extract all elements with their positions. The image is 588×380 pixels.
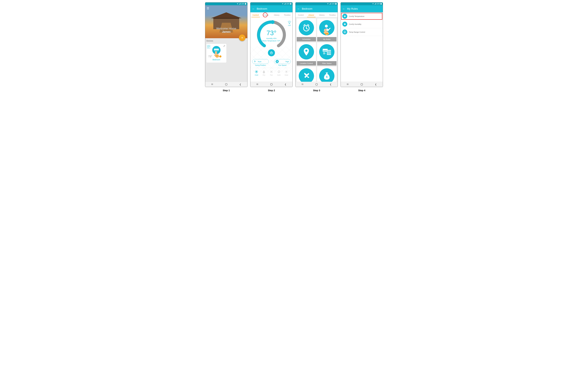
tab-history[interactable]: History [271, 12, 282, 17]
svg-point-42 [344, 32, 345, 33]
rule-label: Comfy Humidity [349, 23, 361, 25]
page-title: My Rules [347, 7, 358, 10]
status-bar: 100% [341, 2, 383, 5]
swing-position-selector[interactable]: Auto [252, 59, 269, 64]
battery-percent: 100% [286, 3, 290, 5]
rules-list: Comfy Temperature Comfy Humidity Temp Ra… [341, 12, 383, 82]
back-button[interactable]: ❮ [330, 83, 332, 86]
svg-line-16 [285, 71, 286, 71]
mode-heat[interactable]: Heat [283, 70, 290, 76]
wifi-icon [372, 3, 374, 5]
signal-icon [284, 3, 286, 5]
devices-grid: 45% 73° 73° Bedroom [205, 43, 247, 82]
home-button[interactable] [225, 83, 227, 85]
set-temperature: 73° [256, 29, 287, 37]
battery-icon [290, 3, 291, 5]
tab-timeline[interactable]: Timeline [282, 12, 293, 17]
home-button[interactable] [316, 83, 318, 85]
room-temperature-reading: Room Temperature 73°F [256, 40, 287, 42]
device-card-bedroom[interactable]: 45% 73° 73° Bedroom [206, 44, 226, 63]
svg-point-3 [271, 20, 274, 24]
swing-label: Swing Position [252, 64, 269, 66]
power-button[interactable] [268, 49, 275, 56]
settings-wrench-icon[interactable] [223, 45, 226, 48]
led-toggle[interactable]: LED [287, 20, 291, 26]
mode-selector: Cool Dry Fan Auto Heat [252, 68, 291, 77]
step-label-4: Step 4 [358, 89, 365, 92]
menu-icon[interactable]: ☰ [207, 7, 209, 10]
wifi-icon [282, 3, 284, 5]
filter-icon [319, 44, 334, 59]
tile-savings[interactable]: $ [317, 67, 337, 82]
tile-schedules[interactable]: Schedules [297, 19, 316, 41]
home-button[interactable] [270, 83, 272, 85]
rule-temp-range-control[interactable]: Temp Range Control [341, 28, 383, 36]
thermometer-icon [342, 30, 347, 35]
status-bar: 100% [250, 2, 292, 5]
svg-point-25 [305, 50, 307, 52]
svg-point-39 [344, 23, 345, 24]
control-panel: 73° Humidity 45% Room Temperature 73°F L… [250, 17, 292, 82]
step-label-3: Step 3 [313, 89, 320, 92]
status-dot-icon [219, 55, 221, 57]
tab-control[interactable]: Control [250, 12, 261, 17]
svg-line-19 [285, 73, 286, 73]
tab-esaver[interactable]: eSaver [306, 12, 317, 17]
screen-step2: 100% ← Bedroom Control eSaver History Ti… [250, 2, 293, 87]
recents-button[interactable]: III [211, 83, 213, 86]
mode-cool[interactable]: Cool [253, 70, 260, 76]
svg-text:$: $ [326, 75, 327, 78]
home-button[interactable] [361, 83, 363, 85]
app-bar: ← Bedroom [250, 5, 292, 12]
esaver-grid: Schedules My Rules Locati [296, 17, 338, 82]
fan-speed-selector[interactable]: High [274, 59, 291, 64]
back-arrow-icon[interactable]: ← [342, 7, 345, 10]
tab-control[interactable]: Control [296, 12, 306, 17]
battery-icon [245, 3, 246, 5]
temperature-dial[interactable]: 73° Humidity 45% Room Temperature 73°F L… [256, 20, 287, 50]
back-button[interactable]: ❮ [285, 83, 286, 86]
person-check-icon [319, 20, 334, 35]
back-arrow-icon[interactable]: ← [252, 7, 255, 10]
comfy-humidity-icon [342, 22, 347, 27]
back-button[interactable]: ❮ [375, 83, 377, 86]
tile-tools[interactable] [297, 67, 316, 82]
mode-auto[interactable]: Auto [275, 70, 283, 76]
recents-button[interactable]: III [256, 83, 258, 86]
recents-button[interactable]: III [302, 83, 303, 86]
battery-percent: 100% [241, 3, 245, 5]
welcome-text: Welcome Home James [216, 27, 236, 34]
rule-comfy-humidity[interactable]: Comfy Humidity [341, 20, 383, 28]
rule-label: Temp Range Control [349, 31, 365, 33]
mode-dry[interactable]: Dry [260, 70, 268, 76]
svg-point-21 [325, 25, 328, 27]
fan-speed-label: Fan Speed [274, 64, 291, 66]
tile-location-control[interactable]: Location Control [297, 42, 316, 65]
home-hero: ☰ Welcome Home James + [205, 5, 247, 38]
tile-my-rules[interactable]: My Rules [317, 19, 337, 41]
tab-timeline[interactable]: Timeline [327, 12, 338, 17]
back-arrow-icon[interactable]: ← [297, 7, 300, 10]
app-bar: ← My Rules [341, 5, 383, 12]
android-nav-bar: III ❮ [296, 82, 338, 87]
battery-icon [335, 3, 337, 5]
wifi-icon [327, 3, 329, 5]
add-device-button[interactable]: + [239, 35, 246, 41]
tab-history[interactable]: History [317, 12, 327, 17]
step-label-2: Step 2 [268, 89, 275, 92]
signal-icon [239, 3, 241, 5]
svg-rect-0 [214, 49, 219, 51]
page-title: Bedroom [302, 7, 312, 10]
mode-fan[interactable]: Fan [268, 70, 275, 76]
annotation-box-comfy-temp [341, 13, 382, 20]
android-nav-bar: III ❮ [205, 82, 247, 87]
wifi-icon [237, 3, 238, 5]
page-title: Bedroom [257, 7, 267, 10]
back-button[interactable]: ❮ [239, 83, 241, 86]
android-nav-bar: III ❮ [341, 82, 383, 87]
tap-hand-icon [213, 50, 221, 59]
tile-filter-status[interactable]: Filter Status [317, 42, 337, 65]
annotation-circle-esaver [263, 13, 267, 17]
recents-button[interactable]: III [347, 83, 349, 86]
svg-rect-1 [214, 50, 218, 50]
